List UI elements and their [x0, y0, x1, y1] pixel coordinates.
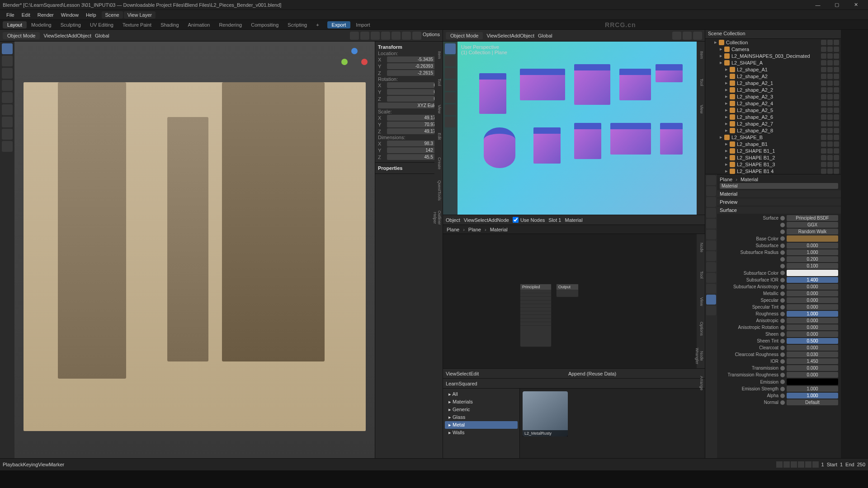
next-key-icon[interactable] — [805, 461, 811, 468]
scene-selector[interactable]: Scene — [102, 11, 123, 19]
viewport-toggle-icon[interactable] — [827, 135, 833, 140]
menu-file[interactable]: File — [3, 11, 18, 19]
render-toggle-icon[interactable] — [834, 47, 839, 52]
output-tab-icon[interactable] — [706, 186, 716, 196]
prop-value[interactable]: 0.000 — [787, 304, 838, 310]
orientation-selector-2[interactable]: Global — [538, 33, 552, 38]
properties-section[interactable]: Properties — [378, 164, 440, 172]
vtab-node-wrangler[interactable]: Node Wrangler — [697, 343, 705, 370]
scale-tool[interactable] — [2, 92, 13, 103]
color-swatch[interactable] — [787, 379, 838, 385]
socket-icon[interactable] — [780, 325, 785, 330]
socket-icon[interactable] — [780, 400, 785, 405]
disclosure-icon[interactable]: ▸ — [725, 87, 728, 93]
shading-wire-icon[interactable] — [381, 32, 390, 40]
eye-toggle-icon[interactable] — [821, 60, 826, 66]
disclosure-icon[interactable]: ▸ — [725, 161, 728, 167]
eye-toggle-icon[interactable] — [821, 128, 826, 133]
outliner-item[interactable]: ▸L2_shape_B1 — [705, 141, 841, 147]
addcube-tool[interactable] — [2, 141, 13, 152]
viewport-toggle-icon[interactable] — [827, 108, 833, 113]
loc-z[interactable]: -2.2615 m — [387, 70, 440, 76]
eye-toggle-icon[interactable] — [821, 121, 826, 127]
material-slot[interactable]: Material — [720, 183, 838, 189]
prop-value[interactable]: 0.000 — [787, 291, 838, 296]
outliner-item[interactable]: ▸L2_MAINSHAPES_003_Decimated — [705, 52, 841, 59]
measure-tool[interactable] — [2, 129, 13, 140]
prop-value[interactable]: 0.200 — [787, 256, 838, 262]
mode-selector[interactable]: Object Mode — [3, 32, 40, 39]
viewport-toggle-icon[interactable] — [827, 80, 833, 86]
disclosure-icon[interactable]: ▸ — [725, 155, 728, 160]
vp2-menu-select[interactable]: Select — [497, 33, 511, 38]
play-icon[interactable] — [798, 461, 804, 468]
eye-toggle-icon[interactable] — [821, 141, 826, 147]
viewlayer-selector[interactable]: View Layer — [124, 11, 156, 19]
vtab-tool[interactable]: Tool — [697, 69, 705, 96]
use-nodes-toggle[interactable]: Use Nodes — [513, 217, 545, 223]
prop-value[interactable]: Default — [787, 399, 838, 405]
socket-icon[interactable] — [780, 291, 785, 296]
viewport-toggle-icon[interactable] — [827, 67, 833, 72]
viewport-toggle-icon[interactable] — [827, 40, 833, 45]
eye-toggle-icon[interactable] — [821, 101, 826, 106]
eye-toggle-icon[interactable] — [821, 87, 826, 93]
disclosure-icon[interactable]: ▸ — [725, 168, 728, 174]
socket-icon[interactable] — [780, 366, 785, 371]
prop-value[interactable]: 0.000 — [787, 331, 838, 337]
render-toggle-icon[interactable] — [834, 121, 839, 127]
eye-toggle-icon[interactable] — [821, 74, 826, 79]
asset-cat-metal[interactable]: ▸ Metal — [445, 421, 518, 429]
color-swatch[interactable] — [787, 235, 838, 242]
render-toggle-icon[interactable] — [834, 169, 839, 174]
outliner-item[interactable]: ▸L2_SHAPE B1_3 — [705, 161, 841, 168]
vtab-options[interactable]: Options — [697, 315, 705, 343]
mesh-tab-icon[interactable] — [706, 284, 716, 294]
world-tab-icon[interactable] — [706, 219, 716, 229]
shading-matpreview-icon[interactable] — [402, 32, 411, 40]
close-button[interactable]: ✕ — [846, 0, 865, 9]
loc-y[interactable]: -0.26393 m — [387, 63, 440, 69]
render-toggle-icon[interactable] — [834, 128, 839, 133]
tab-compositing[interactable]: Compositing — [246, 21, 283, 28]
render-toggle-icon[interactable] — [834, 135, 839, 140]
socket-icon[interactable] — [780, 359, 785, 364]
viewport1[interactable] — [14, 42, 375, 458]
rot-mode[interactable]: XYZ Euler — [378, 103, 440, 108]
prop-value[interactable]: 0.000 — [787, 345, 838, 351]
outliner-item[interactable]: ▸L2_SHAPE B1 4 — [705, 168, 841, 174]
orientation-selector[interactable]: Global — [95, 33, 109, 38]
tl-menu-playback[interactable]: Playback — [3, 462, 23, 467]
socket-icon[interactable] — [780, 223, 785, 227]
node-editor[interactable]: Principled Output NodeToolViewOptionsNod… — [443, 234, 705, 368]
prev-key-icon[interactable] — [783, 461, 790, 468]
eye-toggle-icon[interactable] — [821, 40, 826, 45]
outliner-item[interactable]: ▸L2_shape_A2_1 — [705, 80, 841, 86]
prop-value[interactable]: GGX — [787, 222, 838, 228]
asset-library[interactable]: LearnSquared — [446, 381, 477, 386]
prop-value[interactable]: 0.000 — [787, 324, 838, 330]
outliner-item[interactable]: ▸L2_shape_A2_6 — [705, 113, 841, 120]
surface-section[interactable]: Surface — [717, 206, 841, 214]
shading-icon[interactable] — [672, 32, 681, 40]
outliner-item[interactable]: ▸L2_SHAPE B1_1 — [705, 147, 841, 154]
socket-icon[interactable] — [780, 236, 785, 241]
prop-value[interactable]: 0.000 — [787, 365, 838, 371]
prop-value[interactable]: 1.400 — [787, 277, 838, 283]
slot-selector[interactable]: Slot 1 — [548, 217, 561, 223]
socket-icon[interactable] — [780, 346, 785, 350]
eye-toggle-icon[interactable] — [821, 169, 826, 174]
asset-thumbnail[interactable] — [523, 391, 568, 436]
render-tab-icon[interactable] — [706, 175, 716, 185]
outliner-item[interactable]: ▸L2_SHAPE_B — [705, 134, 841, 141]
prop-value[interactable]: 1.450 — [787, 358, 838, 364]
vp1-menu-add[interactable]: Add — [68, 33, 77, 38]
vtab-view[interactable]: View — [434, 96, 443, 123]
socket-icon[interactable] — [780, 278, 785, 282]
play-reverse-icon[interactable] — [791, 461, 797, 468]
nav-gizmo[interactable] — [339, 46, 370, 78]
prop-value[interactable]: 0.500 — [787, 338, 838, 344]
shading-icon[interactable] — [683, 32, 692, 40]
tab-uv editing[interactable]: UV Editing — [85, 21, 118, 28]
eye-toggle-icon[interactable] — [821, 80, 826, 86]
